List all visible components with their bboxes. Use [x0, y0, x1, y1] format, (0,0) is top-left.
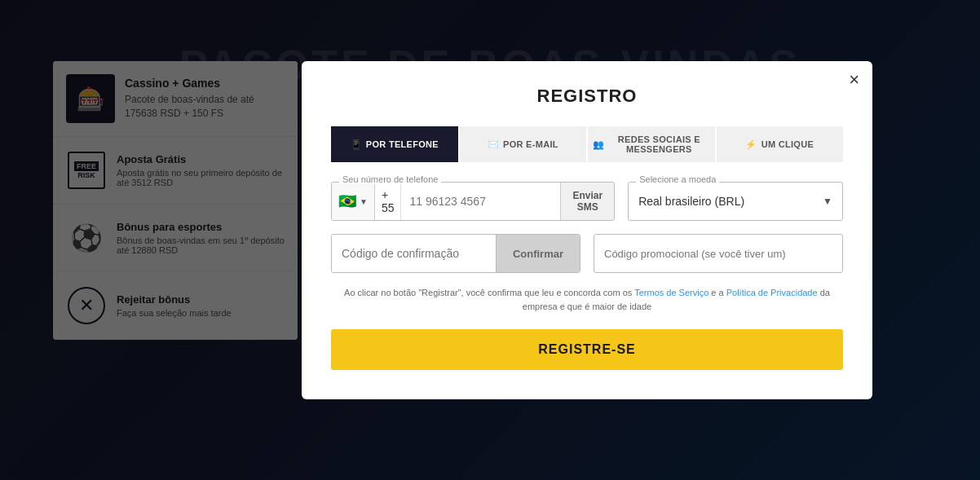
- phone-prefix: + 55: [375, 183, 402, 220]
- email-tab-icon: ✉️: [488, 139, 499, 150]
- terms-text: Ao clicar no botão "Registrar", você con…: [331, 286, 843, 313]
- currency-label: Selecione a moeda: [636, 174, 719, 184]
- currency-select-wrapper: Real brasileiro (BRL) USD EUR ▼: [628, 182, 843, 221]
- currency-group: Selecione a moeda Real brasileiro (BRL) …: [628, 182, 843, 221]
- confirm-button[interactable]: Confirmar: [496, 235, 580, 272]
- tabs-container: 📱 POR TELEFONE ✉️ POR E-MAIL 👥 REDES SOC…: [331, 126, 843, 162]
- terms-text-1: Ao clicar no botão "Registrar", você con…: [344, 288, 632, 297]
- terms-of-service-link[interactable]: Termos de Serviço: [634, 288, 709, 297]
- currency-select[interactable]: Real brasileiro (BRL) USD EUR: [629, 183, 842, 220]
- terms-text-2: e a: [711, 288, 723, 297]
- confirm-promo-row: Confirmar: [331, 234, 843, 273]
- modal-title: REGISTRO: [331, 86, 843, 107]
- registration-modal: × REGISTRO 📱 POR TELEFONE ✉️ POR E-MAIL …: [302, 61, 872, 399]
- privacy-policy-link[interactable]: Política de Privacidade: [726, 288, 818, 297]
- brazil-flag-icon: 🇧🇷: [338, 192, 356, 210]
- flag-chevron-icon: ▼: [360, 197, 368, 206]
- phone-tab-icon: 📱: [351, 139, 362, 150]
- tab-social[interactable]: 👥 REDES SOCIAIS E MESSENGERS: [588, 126, 715, 162]
- tab-email[interactable]: ✉️ POR E-MAIL: [460, 126, 587, 162]
- email-tab-label: POR E-MAIL: [503, 139, 558, 149]
- phone-tab-label: POR TELEFONE: [366, 139, 439, 149]
- register-button[interactable]: REGISTRE-SE: [331, 329, 843, 370]
- social-tab-label: REDES SOCIAIS E MESSENGERS: [608, 134, 709, 154]
- promo-input[interactable]: [594, 248, 842, 260]
- one-click-tab-icon: ⚡: [745, 139, 757, 150]
- phone-label: Seu número de telefone: [339, 174, 441, 184]
- confirmation-wrapper: Confirmar: [331, 234, 580, 273]
- one-click-tab-label: UM CLIQUE: [761, 139, 814, 149]
- phone-input[interactable]: [401, 183, 560, 220]
- tab-telefone[interactable]: 📱 POR TELEFONE: [331, 126, 458, 162]
- flag-selector[interactable]: 🇧🇷 ▼: [332, 183, 375, 220]
- promo-wrapper: [594, 234, 843, 273]
- confirmation-input[interactable]: [332, 235, 496, 272]
- send-sms-button[interactable]: Enviar SMS: [560, 183, 614, 220]
- phone-group: Seu número de telefone 🇧🇷 ▼ + 55 Enviar …: [331, 182, 615, 221]
- close-button[interactable]: ×: [849, 71, 859, 89]
- social-tab-icon: 👥: [593, 139, 604, 150]
- tab-one-click[interactable]: ⚡ UM CLIQUE: [717, 126, 844, 162]
- phone-currency-row: Seu número de telefone 🇧🇷 ▼ + 55 Enviar …: [331, 182, 843, 221]
- phone-input-wrapper: 🇧🇷 ▼ + 55 Enviar SMS: [331, 182, 615, 221]
